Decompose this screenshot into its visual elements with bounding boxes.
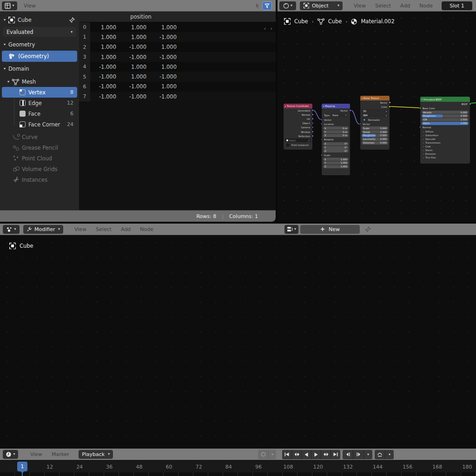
socket-location-input[interactable]: [321, 123, 323, 125]
socket-camera-output[interactable]: [311, 126, 314, 129]
sidebar-item-instances[interactable]: Instances: [2, 174, 77, 185]
metallic-slider[interactable]: Metallic0.000: [422, 111, 469, 114]
menu-view[interactable]: View: [74, 226, 86, 232]
timeline-tick-strip[interactable]: [0, 472, 476, 476]
pin-icon[interactable]: [69, 17, 75, 23]
section-thin-film[interactable]: ›Thin Film: [420, 156, 470, 159]
sidebar-item-vertex[interactable]: Vertex8: [2, 87, 77, 98]
shader-mode-dropdown[interactable]: Object ▾: [300, 1, 343, 10]
playback-dropdown[interactable]: Playback ▾: [79, 450, 113, 459]
auto-key-options-dropdown[interactable]: ▾: [269, 450, 276, 459]
evaluated-dropdown[interactable]: Evaluated ▾: [3, 27, 76, 37]
geo-node-canvas[interactable]: Cube: [0, 235, 476, 449]
rotation-z-field[interactable]: Z0°: [323, 149, 349, 152]
normalize-row[interactable]: ✓ Normalize: [360, 118, 390, 122]
data-source-object-row[interactable]: ▾ Cube: [2, 14, 77, 26]
menu-view[interactable]: View: [24, 3, 36, 9]
node-header[interactable]: ▾ Noise Texture: [360, 96, 390, 100]
sidebar-item-point-cloud[interactable]: Point Cloud: [2, 153, 77, 164]
editor-type-button-spreadsheet[interactable]: ▾: [2, 1, 17, 10]
roughness-slider[interactable]: Roughness0.500: [422, 114, 469, 118]
section-diffuse[interactable]: ›Diffuse: [420, 130, 470, 133]
section-subsurface[interactable]: ›Subsurface: [420, 133, 470, 137]
playhead-current-frame[interactable]: 1: [17, 462, 27, 471]
scale-z-field[interactable]: Z1.000: [323, 165, 349, 168]
node-mapping[interactable]: ▾ Mapping Vector Type: Point ▾: [321, 103, 350, 176]
socket-factor-output[interactable]: [389, 101, 391, 104]
node-noise-texture[interactable]: ▾ Noise Texture Factor Color 3D▾fBM▾ ✓: [360, 95, 390, 150]
sidebar-item-edge[interactable]: Edge12: [2, 98, 77, 108]
keying-set-button[interactable]: [375, 450, 385, 459]
socket-generated-output[interactable]: [311, 109, 314, 112]
noise-dropdown-fbm[interactable]: fBM▾: [362, 113, 388, 117]
socket-normal-output[interactable]: [311, 113, 314, 116]
section-domain[interactable]: ▾ Domain: [2, 64, 77, 74]
alpha-slider[interactable]: Alpha1.000: [422, 122, 469, 125]
timeline-ruler[interactable]: 1224364860728496108120132144156168180 1: [0, 460, 476, 472]
menu-view[interactable]: View: [354, 3, 366, 9]
node-header[interactable]: ▾ Texture Coordinate: [284, 104, 312, 108]
menu-select[interactable]: Select: [375, 3, 391, 9]
sidebar-item-face[interactable]: Face6: [2, 108, 77, 119]
noise-dropdown-3d[interactable]: 3D▾: [362, 109, 388, 113]
lacunarity-slider[interactable]: Lacunarity2.000: [362, 138, 388, 141]
socket-uv-output[interactable]: [311, 118, 314, 120]
rotation-x-field[interactable]: X0°: [323, 142, 349, 145]
step-back-button[interactable]: [343, 450, 353, 459]
socket-vector-input[interactable]: [359, 123, 362, 125]
socket-reflection-output[interactable]: [311, 135, 314, 137]
socket-base-color-input[interactable]: [419, 107, 422, 109]
keying-options-dropdown[interactable]: ▾: [385, 450, 394, 459]
socket-color-output[interactable]: [389, 106, 391, 108]
from-instancer-row[interactable]: From Instancer: [284, 143, 312, 147]
section-sheen[interactable]: ›Sheen: [420, 148, 470, 152]
new-node-tree-button[interactable]: New: [300, 225, 360, 234]
step-forward-button[interactable]: [353, 450, 364, 459]
section-transmission[interactable]: ›Transmission: [420, 141, 470, 145]
menu-add[interactable]: Add: [400, 3, 410, 9]
region-overlap-arrows[interactable]: ‹ ›: [264, 26, 274, 32]
jump-to-start-button[interactable]: [282, 450, 291, 459]
pin-icon[interactable]: [364, 226, 371, 233]
object-picker-field[interactable]: Object ╱: [285, 139, 311, 142]
editor-type-button-timeline[interactable]: ▾: [3, 450, 18, 459]
roughness-slider[interactable]: Roughness0.500: [362, 134, 388, 137]
socket-scale-input[interactable]: [321, 154, 323, 156]
scale-slider[interactable]: Scale5.000: [362, 126, 388, 130]
node-header[interactable]: ▾ Principled BSDF: [420, 97, 470, 102]
menu-node[interactable]: Node: [140, 226, 153, 232]
socket-vector-input[interactable]: [321, 119, 323, 121]
socket-window-output[interactable]: [311, 131, 314, 133]
socket-normal-input[interactable]: [419, 126, 422, 128]
ior-slider[interactable]: IOR1.500: [422, 118, 469, 121]
menu-node[interactable]: Node: [419, 3, 433, 9]
menu-view[interactable]: View: [30, 451, 42, 457]
from-instancer-checkbox[interactable]: [286, 144, 289, 146]
normalize-checkbox[interactable]: ✓: [363, 119, 366, 121]
node-header[interactable]: ▾ Mapping: [322, 104, 350, 108]
location-z-field[interactable]: Z0 m: [323, 134, 349, 137]
sidebar-item-face-corner[interactable]: Face Corner24: [2, 119, 77, 130]
sidebar-item-volume-grids[interactable]: Volume Grids: [2, 164, 77, 174]
geometry-component-item[interactable]: (Geometry): [2, 51, 77, 62]
scale-y-field[interactable]: Y1.000: [323, 161, 349, 165]
step-options-dropdown[interactable]: ▾: [364, 450, 372, 459]
material-slot-button[interactable]: Slot 1: [442, 1, 472, 10]
sidebar-item-grease-pencil[interactable]: Grease Pencil: [2, 142, 77, 153]
record-auto-key-button[interactable]: [258, 450, 268, 459]
menu-marker[interactable]: Marker: [52, 451, 69, 457]
socket-rotation-input[interactable]: [321, 139, 323, 141]
eyedropper-icon[interactable]: ╱: [308, 139, 310, 142]
section-emission[interactable]: ›Emission: [420, 152, 470, 156]
location-x-field[interactable]: X0 m: [323, 126, 349, 130]
location-y-field[interactable]: Y0 m: [323, 130, 349, 133]
section-geometry[interactable]: ▾ Geometry: [2, 40, 77, 50]
filter-button[interactable]: [262, 1, 272, 10]
node-texture-coordinate[interactable]: ▾ Texture Coordinate GeneratedNormalUVOb…: [283, 103, 313, 150]
editor-type-button-shader[interactable]: ▾: [279, 1, 296, 10]
column-header-position[interactable]: position: [90, 13, 192, 20]
detail-slider[interactable]: Detail2.000: [362, 130, 388, 133]
shader-node-canvas[interactable]: Cube › Cube › Material.002: [278, 12, 476, 222]
menu-select[interactable]: Select: [96, 226, 112, 232]
play-button[interactable]: [311, 450, 321, 459]
